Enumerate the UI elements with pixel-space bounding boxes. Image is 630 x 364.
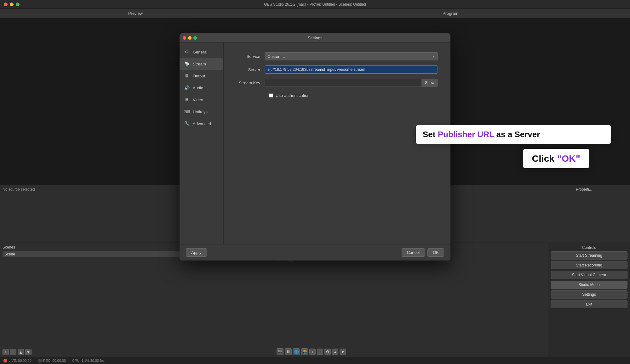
program-label: Program — [443, 11, 458, 16]
camera-icon[interactable]: 📸 — [301, 348, 308, 355]
globe-icon[interactable]: 🌐 — [293, 348, 300, 355]
dialog-close-btn[interactable] — [183, 36, 186, 40]
dialog-body: ⚙ General 📡 Stream 🖥 Output 🔊 Audio 🖥 — [180, 43, 450, 244]
annotation2-prefix: Click — [532, 153, 557, 164]
annotation-publisher-url: Set Publisher URL as a Server — [416, 125, 611, 144]
audio-icon: 🔊 — [184, 85, 190, 91]
apply-button[interactable]: Apply — [186, 248, 207, 257]
dialog-title-bar: Settings — [180, 33, 450, 43]
remove-source-btn[interactable]: − — [317, 349, 323, 355]
live-status: 🔴 LIVE: 00:00:00 — [3, 359, 32, 363]
source-settings-btn[interactable]: ⚙ — [324, 349, 331, 355]
move-scene-down-btn[interactable]: ▼ — [25, 349, 32, 355]
settings-dialog: Settings ⚙ General 📡 Stream 🖥 Output — [180, 33, 450, 260]
remove-scene-btn[interactable]: − — [10, 349, 16, 355]
cpu-status: CPU: 1.1%,30.00 fps — [72, 359, 105, 362]
sidebar-label-audio: Audio — [193, 86, 203, 90]
service-label: Service — [236, 54, 265, 59]
ok-button[interactable]: OK — [427, 248, 444, 257]
dialog-min-btn[interactable] — [188, 36, 192, 40]
sidebar-item-advanced[interactable]: 🔧 Advanced — [180, 118, 223, 130]
preview-label: Preview — [128, 11, 143, 16]
start-recording-btn[interactable]: Start Recording — [551, 261, 627, 269]
start-streaming-btn[interactable]: Start Streaming — [551, 251, 627, 260]
sidebar-item-audio[interactable]: 🔊 Audio — [180, 82, 223, 94]
annotation2-highlight: "OK" — [557, 153, 580, 164]
studio-mode-btn[interactable]: Studio Mode — [551, 281, 627, 289]
annotation-click-ok: Click "OK" — [523, 149, 589, 168]
service-select[interactable]: Custom... ▼ — [265, 52, 438, 60]
start-virtual-camera-btn[interactable]: Start Virtual Camera — [551, 271, 627, 279]
server-input[interactable] — [265, 65, 438, 74]
annotation1-suffix: as a Server — [494, 130, 540, 139]
annotation1-highlight: Publisher URL — [438, 130, 494, 139]
add-scene-btn[interactable]: + — [3, 349, 9, 355]
dialog-traffic-lights — [183, 36, 197, 40]
dialog-title: Settings — [308, 36, 323, 40]
controls-title: Controls — [551, 245, 627, 250]
dialog-footer: Apply Cancel OK — [180, 244, 450, 260]
title-bar: OBS Studio 26.1.2 (mac) - Profile: Untit… — [0, 0, 630, 9]
exit-btn[interactable]: Exit — [551, 300, 627, 308]
video-icon: 🖥 — [184, 97, 190, 103]
sidebar-label-general: General — [193, 50, 207, 54]
footer-right: Cancel OK — [402, 248, 444, 257]
gear-icon: ⚙ — [184, 49, 190, 55]
chevron-down-icon: ▼ — [432, 55, 435, 58]
footer-left: Apply — [186, 248, 207, 257]
dialog-sidebar: ⚙ General 📡 Stream 🖥 Output 🔊 Audio 🖥 — [180, 43, 224, 244]
annotation1-prefix: Set — [423, 130, 438, 139]
app-title: OBS Studio 26.1.2 (mac) - Profile: Untit… — [264, 2, 366, 7]
dialog-max-btn[interactable] — [193, 36, 197, 40]
stream-key-row: Stream Key Show — [236, 79, 438, 87]
move-source-up-btn[interactable]: ▲ — [332, 349, 338, 355]
traffic-lights — [4, 3, 20, 6]
minimize-button[interactable] — [10, 3, 14, 6]
move-scene-up-btn[interactable]: ▲ — [18, 349, 24, 355]
close-button[interactable] — [4, 3, 8, 6]
sidebar-label-hotkeys: Hotkeys — [193, 109, 208, 114]
rec-status: ⚫ REC: 00:00:00 — [38, 359, 66, 363]
service-row: Service Custom... ▼ — [236, 52, 438, 60]
keyboard-icon: ⌨ — [184, 109, 190, 115]
status-bar: 🔴 LIVE: 00:00:00 ⚫ REC: 00:00:00 CPU: 1.… — [0, 357, 630, 364]
stream-icon: 📡 — [184, 61, 190, 67]
sidebar-item-output[interactable]: 🖥 Output — [180, 70, 223, 82]
server-row: Server — [236, 65, 438, 74]
wrench-icon: 🔧 — [184, 121, 190, 126]
sidebar-label-output: Output — [193, 74, 205, 78]
sidebar-label-advanced: Advanced — [193, 121, 211, 126]
scenes-label: Scenes — [3, 245, 15, 249]
cancel-button[interactable]: Cancel — [402, 248, 425, 257]
auth-checkbox[interactable] — [269, 93, 273, 98]
sidebar-item-video[interactable]: 🖥 Video — [180, 94, 223, 106]
auth-row: Use authentication — [236, 93, 438, 98]
sidebar-label-video: Video — [193, 98, 203, 102]
sidebar-item-stream[interactable]: 📡 Stream — [180, 58, 223, 70]
stream-key-label: Stream Key — [236, 81, 265, 85]
server-label: Server — [236, 67, 265, 72]
settings-btn[interactable]: Settings — [551, 290, 627, 299]
show-stream-key-btn[interactable]: Show — [421, 79, 438, 87]
add-source-btn[interactable]: + — [309, 349, 316, 355]
sidebar-label-stream: Stream — [193, 62, 206, 66]
output-icon: 🖥 — [184, 73, 190, 79]
add-source-icon[interactable]: 📷 — [277, 348, 284, 355]
service-value: Custom... — [267, 54, 285, 59]
move-source-down-btn[interactable]: ▼ — [340, 349, 346, 355]
sidebar-item-hotkeys[interactable]: ⌨ Hotkeys — [180, 106, 223, 118]
stream-key-input[interactable] — [265, 79, 421, 87]
sidebar-item-general[interactable]: ⚙ General — [180, 46, 223, 58]
properties-label: Properti... — [576, 187, 627, 192]
auth-label: Use authentication — [276, 93, 310, 98]
maximize-button[interactable] — [16, 3, 20, 6]
monitor-icon[interactable]: 🖥 — [285, 348, 292, 355]
